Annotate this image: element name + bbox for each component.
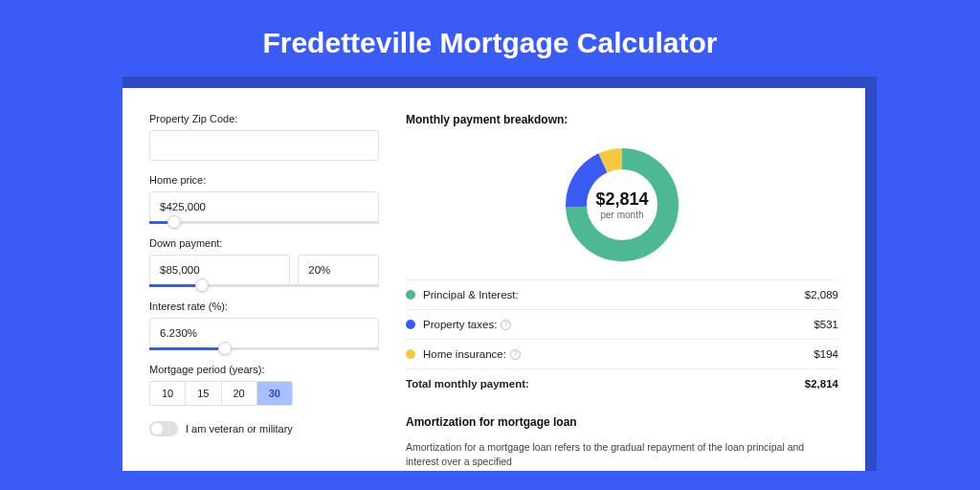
period-buttons: 10 15 20 30 xyxy=(149,381,379,406)
breakdown-column: Monthly payment breakdown: $2,814 per mo… xyxy=(406,113,838,471)
dot-icon xyxy=(406,290,415,300)
amortization-section: Amortization for mortgage loan Amortizat… xyxy=(406,415,838,468)
period-15[interactable]: 15 xyxy=(185,381,220,406)
legend-principal: Principal & Interest: $2,089 xyxy=(406,279,838,309)
slider-thumb[interactable] xyxy=(167,215,181,229)
amortization-text: Amortization for a mortgage loan refers … xyxy=(406,440,838,468)
amortization-title: Amortization for mortgage loan xyxy=(406,415,838,429)
inputs-column: Property Zip Code: Home price: Down paym… xyxy=(149,113,379,471)
dot-icon xyxy=(406,320,415,329)
zip-input[interactable] xyxy=(149,130,379,161)
veteran-toggle[interactable] xyxy=(149,421,178,436)
home-price-group: Home price: xyxy=(149,174,379,224)
home-price-input[interactable] xyxy=(149,191,379,222)
down-payment-label: Down payment: xyxy=(149,237,379,249)
legend-label: Property taxes: ? xyxy=(423,319,813,330)
legend-value: $2,089 xyxy=(805,289,838,301)
zip-label: Property Zip Code: xyxy=(149,113,379,124)
interest-input[interactable] xyxy=(149,318,379,348)
down-payment-slider[interactable] xyxy=(149,284,379,287)
legend-insurance: Home insurance: ? $194 xyxy=(406,339,838,368)
interest-group: Interest rate (%): xyxy=(149,301,379,350)
down-payment-amount-input[interactable] xyxy=(149,255,290,285)
legend-total: Total monthly payment: $2,814 xyxy=(406,368,838,398)
legend-value: $531 xyxy=(813,319,838,330)
legend-value: $194 xyxy=(813,348,838,360)
donut-chart: $2,814 per month xyxy=(563,145,681,264)
period-group: Mortgage period (years): 10 15 20 30 xyxy=(149,364,379,406)
breakdown-title: Monthly payment breakdown: xyxy=(406,113,838,126)
panel-shadow: Property Zip Code: Home price: Down paym… xyxy=(122,77,877,471)
info-icon[interactable]: ? xyxy=(501,320,511,330)
period-label: Mortgage period (years): xyxy=(149,364,379,375)
period-20[interactable]: 20 xyxy=(221,381,256,406)
dot-icon xyxy=(406,349,415,359)
legend-label: Home insurance: ? xyxy=(423,348,813,360)
donut-total: $2,814 xyxy=(595,189,648,210)
zip-group: Property Zip Code: xyxy=(149,113,379,161)
calculator-panel: Property Zip Code: Home price: Down paym… xyxy=(122,88,865,471)
total-value: $2,814 xyxy=(805,378,838,390)
period-30[interactable]: 30 xyxy=(256,381,293,406)
page-title: Fredetteville Mortgage Calculator xyxy=(0,0,980,77)
donut-chart-wrap: $2,814 per month xyxy=(406,138,838,279)
legend-label: Principal & Interest: xyxy=(423,289,805,301)
down-payment-group: Down payment: xyxy=(149,237,379,287)
home-price-slider[interactable] xyxy=(149,221,379,224)
home-price-label: Home price: xyxy=(149,174,379,186)
total-label: Total monthly payment: xyxy=(406,378,805,390)
slider-thumb[interactable] xyxy=(218,342,232,355)
veteran-label: I am veteran or military xyxy=(186,423,293,434)
period-10[interactable]: 10 xyxy=(149,381,185,406)
veteran-row: I am veteran or military xyxy=(149,421,379,436)
interest-slider[interactable] xyxy=(149,347,379,350)
info-icon[interactable]: ? xyxy=(510,349,521,360)
interest-label: Interest rate (%): xyxy=(149,301,379,312)
donut-sub: per month xyxy=(595,210,648,220)
legend-taxes: Property taxes: ? $531 xyxy=(406,309,838,339)
slider-thumb[interactable] xyxy=(195,278,209,292)
down-payment-pct-input[interactable] xyxy=(298,255,379,285)
